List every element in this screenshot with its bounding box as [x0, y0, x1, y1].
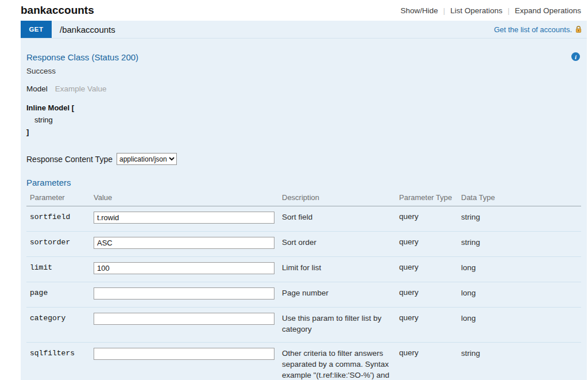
param-description: Limit for list [282, 262, 399, 274]
param-description: Sort order [282, 237, 399, 249]
table-row: sortfield Sort field query string [26, 206, 581, 231]
model-field-line: string [26, 114, 581, 126]
parameters-table: Parameter Value Description Parameter Ty… [26, 193, 581, 380]
param-data-type: long [461, 287, 581, 300]
model-open-line: Inline Model [ [26, 102, 581, 114]
param-name: sortorder [26, 237, 94, 249]
column-header-parameter-type: Parameter Type [399, 193, 461, 202]
response-content-type-select[interactable]: application/json [117, 153, 177, 165]
param-data-type: long [461, 313, 581, 335]
response-class-heading: Response Class (Status 200) [26, 52, 581, 62]
param-type: query [399, 348, 461, 380]
param-value-input[interactable] [94, 313, 274, 325]
param-description: Use this param to filter list by categor… [282, 313, 399, 335]
param-name: sqlfilters [26, 348, 94, 380]
table-row: limit Limit for list query long [26, 256, 581, 282]
page-title: bankaccounts [21, 4, 94, 17]
endpoint-content: i Response Class (Status 200) Success Mo… [21, 38, 587, 380]
top-links: Show/Hide | List Operations | Expand Ope… [401, 6, 581, 15]
param-type: query [399, 313, 461, 335]
table-row: sqlfilters Other criteria to filter answ… [26, 342, 581, 380]
link-separator: | [508, 6, 509, 15]
response-content-type-label: Response Content Type [26, 155, 113, 164]
param-data-type: string [461, 237, 581, 249]
param-value-input[interactable] [94, 237, 274, 249]
tab-example-value[interactable]: Example Value [55, 85, 107, 93]
param-description: Page number [282, 287, 399, 300]
param-name: limit [26, 262, 94, 274]
endpoint-summary: Get the list of accounts. [494, 25, 587, 34]
response-content-type-row: Response Content Type application/json [26, 153, 581, 165]
param-description: Sort field [282, 212, 399, 224]
table-row: page Page number query long [26, 282, 581, 307]
table-row: category Use this param to filter list b… [26, 307, 581, 342]
param-value-input[interactable] [94, 287, 274, 300]
param-type: query [399, 262, 461, 274]
list-operations-link[interactable]: List Operations [450, 6, 502, 15]
param-value-input[interactable] [94, 348, 274, 360]
param-data-type: string [461, 348, 581, 380]
parameters-table-header: Parameter Value Description Parameter Ty… [26, 193, 581, 206]
parameters-heading: Parameters [26, 178, 581, 187]
param-description: Other criteria to filter answers separat… [282, 348, 399, 380]
endpoint-panel: GET /bankaccounts Get the list of accoun… [21, 21, 587, 380]
top-bar: bankaccounts Show/Hide | List Operations… [0, 0, 588, 21]
endpoint-header[interactable]: GET /bankaccounts Get the list of accoun… [21, 21, 587, 38]
info-icon[interactable]: i [571, 52, 580, 61]
link-separator: | [443, 6, 445, 15]
param-value-input[interactable] [94, 262, 274, 274]
param-type: query [399, 212, 461, 224]
endpoint-summary-link[interactable]: Get the list of accounts. [494, 25, 572, 34]
response-tabs: Model Example Value [26, 85, 581, 93]
get-method-badge[interactable]: GET [21, 21, 52, 38]
column-header-value: Value [94, 193, 282, 202]
param-data-type: long [461, 262, 581, 274]
column-header-data-type: Data Type [461, 193, 581, 202]
column-header-parameter: Parameter [26, 193, 94, 202]
lock-icon[interactable] [575, 25, 582, 33]
param-type: query [399, 237, 461, 249]
model-block: Inline Model [ string ] [26, 102, 581, 138]
param-name: category [26, 313, 94, 335]
table-row: sortorder Sort order query string [26, 231, 581, 256]
param-data-type: string [461, 212, 581, 224]
param-type: query [399, 287, 461, 300]
tab-model[interactable]: Model [26, 85, 48, 93]
show-hide-link[interactable]: Show/Hide [401, 6, 438, 15]
param-name: sortfield [26, 212, 94, 224]
param-name: page [26, 287, 94, 300]
response-status-text: Success [26, 67, 581, 75]
column-header-description: Description [282, 193, 399, 202]
param-value-input[interactable] [94, 212, 274, 224]
model-close-line: ] [26, 126, 581, 138]
expand-operations-link[interactable]: Expand Operations [514, 6, 581, 15]
endpoint-path[interactable]: /bankaccounts [60, 25, 115, 34]
